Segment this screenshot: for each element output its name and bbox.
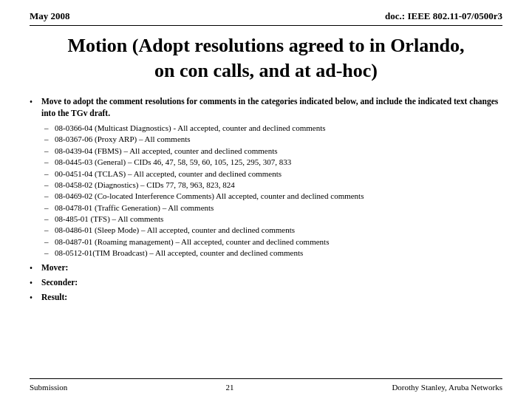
list-item: – 08-0445-03 (General) – CIDs 46, 47, 58…	[44, 157, 502, 168]
mover-label: Mover:	[41, 262, 68, 274]
slide-title: Motion (Adopt resolutions agreed to in O…	[30, 33, 502, 83]
bullet-dot-seconder: •	[30, 276, 41, 289]
footer-submission: Submission	[30, 383, 67, 392]
page: May 2008 doc.: IEEE 802.11-07/0500r3 Mot…	[0, 0, 532, 399]
title-line2: on con calls, and at ad-hoc)	[154, 60, 378, 81]
mover-bullet: • Mover:	[30, 262, 502, 274]
sub-item-text: 08-0445-03 (General) – CIDs 46, 47, 58, …	[55, 157, 291, 168]
sub-item-text: 08-485-01 (TFS) – All comments	[55, 214, 163, 225]
header: May 2008 doc.: IEEE 802.11-07/0500r3	[30, 0, 502, 26]
list-item: – 08-0478-01 (Traffic Generation) – All …	[44, 202, 502, 214]
list-item: – 08-0366-04 (Multicast Diagnostics) - A…	[44, 123, 502, 134]
result-label: Result:	[41, 291, 67, 304]
list-item: – 08-0512-01(TIM Broadcast) – All accept…	[44, 248, 502, 259]
footer-page-number: 21	[225, 383, 233, 392]
main-bullet-bold: Move to adopt the comment resolutions fo…	[41, 97, 498, 118]
footer-author: Dorothy Stanley, Aruba Networks	[392, 383, 502, 392]
list-item: – 08-0469-02 (Co-located Interference Co…	[44, 191, 502, 202]
list-item: – 08-0367-06 (Proxy ARP) – All comments	[44, 134, 502, 145]
footer: Submission 21 Dorothy Stanley, Aruba Net…	[30, 378, 502, 392]
sub-item-text: 08-0366-04 (Multicast Diagnostics) - All…	[55, 123, 326, 134]
seconder-bullet: • Seconder:	[30, 276, 502, 289]
list-item: – 08-0486-01 (Sleep Mode) – All accepted…	[44, 225, 502, 236]
sub-item-text: 08-0439-04 (FBMS) – All accepted, counte…	[55, 146, 278, 157]
seconder-label: Seconder:	[41, 276, 78, 289]
sub-item-text: 08-0469-02 (Co-located Interference Comm…	[55, 191, 364, 202]
sub-item-text: 08-0367-06 (Proxy ARP) – All comments	[55, 134, 191, 145]
list-item: – 08-0439-04 (FBMS) – All accepted, coun…	[44, 146, 502, 157]
title-line1: Motion (Adopt resolutions agreed to in O…	[67, 35, 464, 56]
header-date: May 2008	[30, 10, 70, 22]
main-bullet-item: • Move to adopt the comment resolutions …	[30, 95, 502, 120]
list-item: – 08-0487-01 (Roaming management) – All …	[44, 236, 502, 248]
sub-item-text: 08-0458-02 (Diagnostics) – CIDs 77, 78, …	[55, 180, 235, 191]
sub-item-text: 08-0478-01 (Traffic Generation) – All co…	[55, 202, 214, 214]
sub-item-text: 00-0451-04 (TCLAS) – All accepted, count…	[55, 168, 282, 180]
sub-list: – 08-0366-04 (Multicast Diagnostics) - A…	[44, 123, 502, 259]
list-item: – 08-0458-02 (Diagnostics) – CIDs 77, 78…	[44, 180, 502, 191]
bullet-dot-result: •	[30, 291, 41, 304]
bullet-dot-mover: •	[30, 262, 41, 274]
header-doc: doc.: IEEE 802.11-07/0500r3	[385, 10, 502, 22]
list-item: – 00-0451-04 (TCLAS) – All accepted, cou…	[44, 168, 502, 180]
sub-item-text: 08-0486-01 (Sleep Mode) – All accepted, …	[55, 225, 295, 236]
list-item: – 08-485-01 (TFS) – All comments	[44, 214, 502, 225]
content-area: • Move to adopt the comment resolutions …	[30, 95, 502, 304]
result-bullet: • Result:	[30, 291, 502, 304]
sub-item-text: 08-0512-01(TIM Broadcast) – All accepted…	[55, 248, 303, 259]
bullet-dot-1: •	[30, 95, 41, 108]
main-bullet-text: Move to adopt the comment resolutions fo…	[41, 95, 502, 120]
sub-item-text: 08-0487-01 (Roaming management) – All ac…	[55, 236, 329, 248]
